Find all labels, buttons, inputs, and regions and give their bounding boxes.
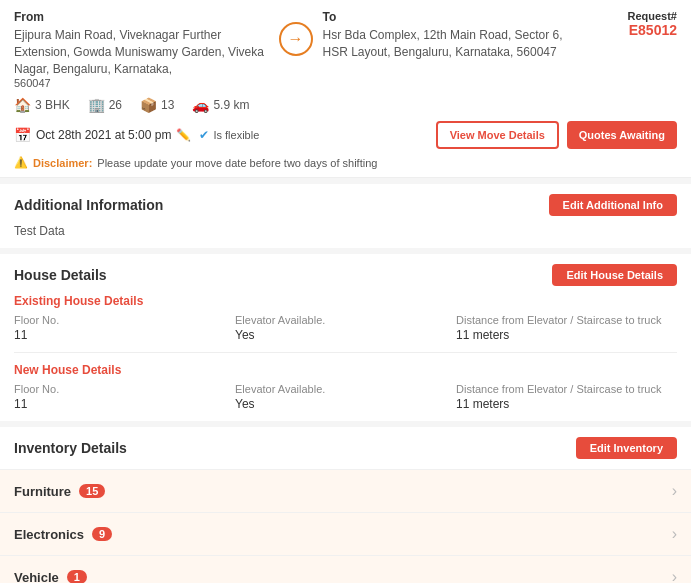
additional-info-header: Additional Information Edit Additional I…	[14, 194, 677, 216]
edit-additional-info-button[interactable]: Edit Additional Info	[549, 194, 677, 216]
existing-house-section: Existing House Details Floor No. 11 Elev…	[14, 294, 677, 342]
from-address: Ejipura Main Road, Viveknagar Further Ex…	[14, 27, 269, 77]
disclaimer-label: Disclaimer:	[33, 157, 92, 169]
electronics-badge: 9	[92, 527, 112, 541]
arrow-icon: →	[279, 22, 313, 56]
furniture-chevron-icon: ›	[672, 482, 677, 500]
vehicle-name: Vehicle	[14, 570, 59, 583]
inventory-header: Inventory Details Edit Inventory	[0, 427, 691, 469]
warning-icon: ⚠️	[14, 156, 28, 169]
new-elevator-value: Yes	[235, 397, 456, 411]
new-distance-value: 11 meters	[456, 397, 677, 411]
edit-inventory-button[interactable]: Edit Inventory	[576, 437, 677, 459]
top-section: From Ejipura Main Road, Viveknagar Furth…	[0, 0, 691, 178]
flexible-label: Is flexible	[213, 129, 259, 141]
inventory-title: Inventory Details	[14, 440, 127, 456]
inventory-section: Inventory Details Edit Inventory Furnitu…	[0, 427, 691, 583]
existing-house-title: Existing House Details	[14, 294, 677, 308]
boxes-meta: 📦 13	[140, 97, 174, 113]
distance-value: 5.9 km	[213, 98, 249, 112]
meta-row: 🏠 3 BHK 🏢 26 📦 13 🚗 5.9 km	[14, 97, 677, 113]
inventory-vehicle-row[interactable]: Vehicle 1 ›	[0, 555, 691, 583]
new-floor-col: Floor No. 11	[14, 383, 235, 411]
inventory-vehicle-left: Vehicle 1	[14, 570, 87, 583]
existing-elevator-col: Elevator Available. Yes	[235, 314, 456, 342]
existing-distance-value: 11 meters	[456, 328, 677, 342]
calendar-icon: 📅	[14, 127, 31, 143]
distance-icon: 🚗	[192, 97, 209, 113]
home-icon: 🏠	[14, 97, 31, 113]
flexible-badge: ✔ Is flexible	[199, 128, 259, 142]
bhk-meta: 🏠 3 BHK	[14, 97, 70, 113]
edit-house-details-button[interactable]: Edit House Details	[552, 264, 677, 286]
disclaimer-text: Please update your move date before two …	[97, 157, 377, 169]
from-block: From Ejipura Main Road, Viveknagar Furth…	[14, 10, 269, 89]
request-block: Request# E85012	[587, 10, 677, 38]
action-buttons: View Move Details Quotes Awaiting	[436, 121, 677, 149]
from-pin: 560047	[14, 77, 269, 89]
inventory-furniture-left: Furniture 15	[14, 484, 105, 499]
date-row: 📅 Oct 28th 2021 at 5:00 pm ✏️ ✔ Is flexi…	[14, 121, 677, 149]
new-house-title: New House Details	[14, 363, 677, 377]
house-details-title: House Details	[14, 267, 107, 283]
new-floor-value: 11	[14, 397, 235, 411]
boxes-value: 13	[161, 98, 174, 112]
existing-floor-value: 11	[14, 328, 235, 342]
inventory-electronics-row[interactable]: Electronics 9 ›	[0, 512, 691, 555]
electronics-chevron-icon: ›	[672, 525, 677, 543]
existing-elevator-value: Yes	[235, 328, 456, 342]
existing-floor-label: Floor No.	[14, 314, 235, 326]
new-floor-label: Floor No.	[14, 383, 235, 395]
furniture-badge: 15	[79, 484, 105, 498]
bhk-value: 3 BHK	[35, 98, 70, 112]
to-block: To Hsr Bda Complex, 12th Main Road, Sect…	[323, 10, 578, 61]
date-left: 📅 Oct 28th 2021 at 5:00 pm ✏️ ✔ Is flexi…	[14, 127, 259, 143]
existing-distance-col: Distance from Elevator / Staircase to tr…	[456, 314, 677, 342]
house-details-header: House Details Edit House Details	[14, 264, 677, 286]
check-icon: ✔	[199, 128, 209, 142]
new-distance-label: Distance from Elevator / Staircase to tr…	[456, 383, 677, 395]
date-text: 📅 Oct 28th 2021 at 5:00 pm ✏️	[14, 127, 191, 143]
additional-info-content: Test Data	[14, 224, 677, 238]
new-elevator-col: Elevator Available. Yes	[235, 383, 456, 411]
request-id: E85012	[587, 22, 677, 38]
distance-meta: 🚗 5.9 km	[192, 97, 249, 113]
floor-meta: 🏢 26	[88, 97, 122, 113]
existing-house-grid: Floor No. 11 Elevator Available. Yes Dis…	[14, 314, 677, 342]
additional-info-title: Additional Information	[14, 197, 163, 213]
vehicle-badge: 1	[67, 570, 87, 583]
additional-info-section: Additional Information Edit Additional I…	[0, 184, 691, 248]
edit-date-icon[interactable]: ✏️	[176, 128, 191, 142]
view-move-button[interactable]: View Move Details	[436, 121, 559, 149]
to-label: To	[323, 10, 578, 24]
to-address: Hsr Bda Complex, 12th Main Road, Sector …	[323, 27, 578, 61]
existing-elevator-label: Elevator Available.	[235, 314, 456, 326]
inventory-electronics-left: Electronics 9	[14, 527, 112, 542]
new-distance-col: Distance from Elevator / Staircase to tr…	[456, 383, 677, 411]
electronics-name: Electronics	[14, 527, 84, 542]
new-house-grid: Floor No. 11 Elevator Available. Yes Dis…	[14, 383, 677, 411]
floor-icon: 🏢	[88, 97, 105, 113]
existing-distance-label: Distance from Elevator / Staircase to tr…	[456, 314, 677, 326]
boxes-icon: 📦	[140, 97, 157, 113]
from-to-row: From Ejipura Main Road, Viveknagar Furth…	[14, 10, 677, 89]
furniture-name: Furniture	[14, 484, 71, 499]
from-label: From	[14, 10, 269, 24]
quotes-awaiting-button[interactable]: Quotes Awaiting	[567, 121, 677, 149]
floor-value: 26	[109, 98, 122, 112]
house-details-section: House Details Edit House Details Existin…	[0, 254, 691, 421]
existing-floor-col: Floor No. 11	[14, 314, 235, 342]
inventory-furniture-row[interactable]: Furniture 15 ›	[0, 469, 691, 512]
disclaimer-row: ⚠️ Disclaimer: Please update your move d…	[14, 156, 677, 169]
new-house-section: New House Details Floor No. 11 Elevator …	[14, 363, 677, 411]
request-label: Request#	[587, 10, 677, 22]
new-elevator-label: Elevator Available.	[235, 383, 456, 395]
date-value: Oct 28th 2021 at 5:00 pm	[36, 128, 171, 142]
vehicle-chevron-icon: ›	[672, 568, 677, 583]
